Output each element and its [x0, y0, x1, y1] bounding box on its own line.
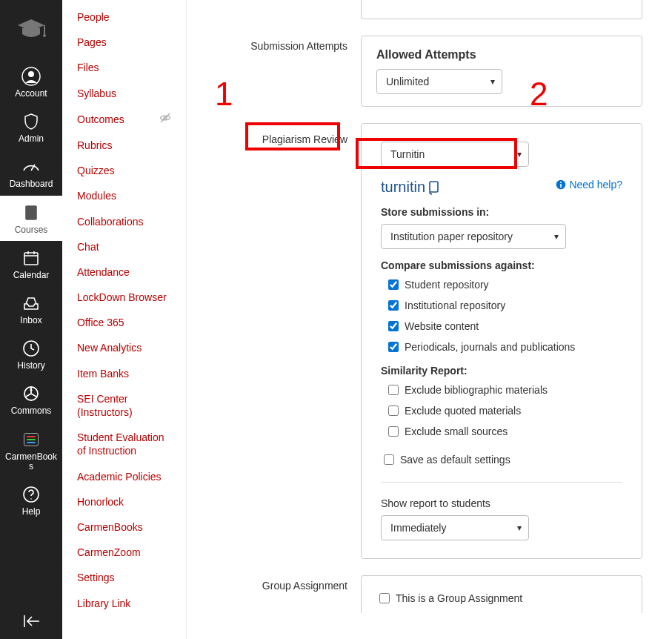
divider — [381, 482, 622, 483]
course-nav-item-label: Item Banks — [77, 367, 129, 380]
course-nav-item[interactable]: CarmenBooks — [62, 514, 186, 540]
course-nav-item[interactable]: Chat — [62, 234, 186, 259]
course-nav-item[interactable]: Modules — [62, 183, 186, 208]
course-nav-item[interactable]: Office 365 — [62, 310, 186, 335]
course-nav-item[interactable]: CarmenZoom — [62, 540, 186, 565]
course-nav-item[interactable]: Library Link — [62, 591, 186, 616]
course-nav-item-label: Settings — [77, 571, 115, 584]
show-report-label: Show report to students — [381, 497, 622, 509]
course-nav-item[interactable]: People — [62, 4, 186, 30]
inbox-icon — [21, 294, 41, 313]
course-nav-item[interactable]: Quizzes — [62, 158, 186, 183]
svg-rect-27 — [430, 182, 438, 192]
nav-carmenbooks[interactable]: CarmenBooks — [0, 423, 62, 477]
save-default-checkbox[interactable] — [384, 454, 394, 465]
submission-attempts-label: Submission Attempts — [216, 36, 361, 52]
course-nav-item[interactable]: Academic Policies — [62, 464, 186, 489]
clock-icon — [21, 339, 41, 358]
plagiarism-review-label: Plagiarism Review — [262, 133, 347, 145]
course-nav-item-label: Honorlock — [77, 495, 124, 509]
course-nav-item-label: New Analytics — [77, 341, 142, 354]
svg-point-3 — [28, 71, 34, 77]
similarity-checkbox[interactable] — [388, 385, 399, 395]
course-nav-item[interactable]: Settings — [62, 565, 186, 590]
nav-collapse-button[interactable] — [0, 603, 62, 639]
course-nav-item[interactable]: Student Evaluation of Instruction — [62, 425, 186, 463]
nav-calendar[interactable]: Calendar — [0, 241, 62, 286]
show-report-select[interactable]: Immediately ▾ — [381, 515, 529, 540]
course-nav-item[interactable]: Pages — [62, 30, 186, 55]
shield-icon — [21, 112, 41, 131]
course-nav-item[interactable]: LockDown Browser — [62, 285, 186, 310]
plagiarism-tool-select[interactable]: Turnitin ▾ — [381, 142, 529, 167]
submission-attempts-panel: Allowed Attempts Unlimited ▾ — [361, 36, 642, 107]
course-nav-item-label: Files — [77, 61, 99, 74]
course-nav-item[interactable]: New Analytics — [62, 335, 186, 360]
global-nav: Account Admin Dashboard Courses Calendar — [0, 0, 62, 639]
course-nav-item-label: People — [77, 10, 110, 24]
carmenbooks-icon — [21, 430, 41, 449]
course-nav-item-label: Attendance — [77, 265, 130, 279]
group-assignment-panel: This is a Group Assignment — [361, 575, 642, 613]
course-nav-item[interactable]: Item Banks — [62, 361, 186, 386]
similarity-checkbox[interactable] — [388, 426, 399, 437]
course-nav-item[interactable]: Collaborations — [62, 209, 186, 234]
course-nav-item[interactable]: Outcomes — [62, 106, 186, 133]
course-nav-item-label: Pages — [77, 36, 107, 49]
compare-checkbox[interactable] — [388, 321, 399, 331]
similarity-checkbox-label: Exclude bibliographic materials — [405, 384, 548, 396]
course-nav-item[interactable]: SEI Center (Instructors) — [62, 386, 186, 425]
compare-checkbox-label: Institutional repository — [405, 299, 505, 311]
compare-checkbox[interactable] — [388, 342, 399, 352]
turnitin-logo: turnitin — [381, 179, 443, 196]
svg-line-26 — [161, 113, 170, 122]
nav-dashboard[interactable]: Dashboard — [0, 150, 62, 195]
compare-checkbox-label: Periodicals, journals and publications — [405, 341, 575, 353]
nav-help[interactable]: Help — [0, 477, 62, 523]
previous-panel-edge — [361, 0, 642, 19]
group-assignment-checkbox-label: This is a Group Assignment — [396, 592, 522, 604]
course-nav-item[interactable]: Attendance — [62, 259, 186, 285]
course-nav-item[interactable]: Honorlock — [62, 489, 186, 514]
course-nav-item-label: Collaborations — [77, 215, 144, 228]
calendar-icon — [21, 248, 41, 268]
compare-checkbox[interactable] — [388, 300, 399, 311]
assignment-settings-form: Submission Attempts Allowed Attempts Unl… — [187, 0, 672, 639]
save-default-label: Save as default settings — [400, 454, 510, 466]
course-nav-item-label: Modules — [77, 189, 116, 202]
svg-point-22 — [30, 498, 32, 500]
similarity-report-label: Similarity Report: — [381, 365, 622, 377]
course-nav-item-label: SEI Center (Instructors) — [77, 392, 171, 419]
course-nav-item[interactable]: Rubrics — [62, 133, 186, 158]
nav-inbox[interactable]: Inbox — [0, 286, 62, 331]
group-assignment-checkbox[interactable] — [379, 593, 390, 603]
compare-checkbox[interactable] — [388, 279, 399, 290]
course-nav-item-label: Outcomes — [77, 113, 124, 126]
similarity-checkbox-label: Exclude quoted materials — [405, 405, 521, 417]
svg-rect-8 — [24, 253, 38, 265]
course-nav-item-label: Rubrics — [77, 139, 112, 152]
user-circle-icon — [21, 67, 41, 86]
course-nav-item-label: Library Link — [77, 597, 130, 610]
svg-rect-5 — [26, 206, 36, 219]
question-circle-icon — [21, 485, 41, 504]
allowed-attempts-select[interactable]: Unlimited ▾ — [376, 69, 502, 94]
collapse-icon — [21, 614, 41, 629]
compare-checkbox-label: Website content — [405, 320, 479, 332]
need-help-link[interactable]: Need help? — [556, 179, 622, 191]
plagiarism-panel: Turnitin ▾ turnitin Need help? Store sub… — [361, 123, 642, 559]
svg-point-1 — [43, 34, 46, 37]
nav-history[interactable]: History — [0, 331, 62, 377]
nav-account[interactable]: Account — [0, 59, 62, 105]
nav-admin[interactable]: Admin — [0, 105, 62, 150]
course-sidebar[interactable]: PeoplePagesFilesSyllabusOutcomesRubricsQ… — [62, 0, 187, 639]
compare-checkbox-label: Student repository — [405, 279, 489, 291]
course-nav-item[interactable]: Files — [62, 55, 186, 80]
similarity-checkbox[interactable] — [388, 405, 399, 416]
course-nav-item-label: Syllabus — [77, 87, 116, 100]
nav-courses[interactable]: Courses — [0, 196, 62, 241]
course-nav-item-label: CarmenBooks — [77, 520, 143, 534]
course-nav-item[interactable]: Syllabus — [62, 81, 186, 106]
nav-commons[interactable]: Commons — [0, 377, 62, 422]
store-submissions-select[interactable]: Institution paper repository ▾ — [381, 224, 566, 249]
